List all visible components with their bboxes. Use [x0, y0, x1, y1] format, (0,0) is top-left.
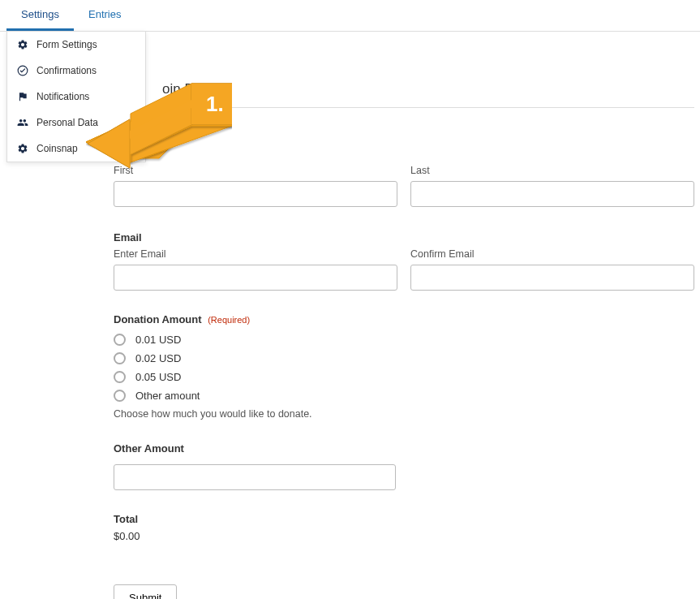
other-amount-heading: Other Amount	[114, 442, 694, 455]
radio-label: 0.05 USD	[135, 371, 181, 383]
radio-icon	[114, 352, 126, 364]
dropdown-item-label: Personal Data	[37, 117, 98, 128]
settings-dropdown: Form Settings Confirmations Notification…	[6, 31, 146, 162]
last-name-input[interactable]	[410, 181, 694, 207]
donation-heading: Donation Amount (Required)	[114, 313, 694, 325]
radio-label: 0.01 USD	[135, 334, 181, 346]
checkmark-circle-icon	[17, 65, 28, 76]
dropdown-item-label: Notifications	[37, 91, 89, 102]
form-container: oin Donat First Last Email Enter Email C…	[114, 81, 694, 599]
tabs: Settings Entries	[0, 0, 700, 32]
total-heading: Total	[114, 513, 694, 525]
total-value: $0.00	[114, 530, 694, 542]
dropdown-item-label: Confirmations	[37, 65, 97, 76]
tab-settings[interactable]: Settings	[6, 0, 74, 31]
first-name-label: First	[114, 165, 397, 176]
divider	[114, 107, 694, 108]
tab-entries[interactable]: Entries	[74, 0, 135, 31]
dropdown-item-label: Form Settings	[37, 39, 97, 50]
confirm-email-label: Confirm Email	[410, 248, 694, 260]
radio-icon	[114, 390, 126, 402]
donation-help-text: Choose how much you would like to donate…	[114, 408, 694, 420]
submit-button[interactable]: Submit	[114, 584, 177, 599]
dropdown-item-confirmations[interactable]: Confirmations	[7, 58, 145, 84]
flag-icon	[17, 91, 28, 102]
dropdown-item-form-settings[interactable]: Form Settings	[7, 32, 145, 58]
radio-label: Other amount	[135, 390, 200, 402]
donation-option-3[interactable]: 0.05 USD	[114, 371, 694, 383]
radio-icon	[114, 334, 126, 346]
donation-option-2[interactable]: 0.02 USD	[114, 352, 694, 364]
required-label: (Required)	[208, 315, 250, 325]
gear-icon	[17, 143, 28, 154]
enter-email-label: Enter Email	[114, 248, 397, 260]
other-amount-input[interactable]	[114, 464, 396, 490]
dropdown-item-label: Coinsnap	[37, 143, 78, 154]
first-name-input[interactable]	[114, 181, 397, 207]
enter-email-input[interactable]	[114, 265, 397, 291]
donation-option-4[interactable]: Other amount	[114, 390, 694, 402]
dropdown-item-notifications[interactable]: Notifications	[7, 84, 145, 110]
people-icon	[17, 117, 28, 128]
donation-option-1[interactable]: 0.01 USD	[114, 334, 694, 346]
dropdown-item-coinsnap[interactable]: Coinsnap	[7, 136, 145, 162]
radio-icon	[114, 371, 126, 383]
gear-icon	[17, 39, 28, 50]
last-name-label: Last	[410, 165, 694, 176]
confirm-email-input[interactable]	[410, 265, 694, 291]
radio-label: 0.02 USD	[135, 352, 181, 364]
email-heading: Email	[114, 231, 694, 243]
form-title: oin Donat	[114, 81, 694, 107]
name-row: First Last	[114, 165, 694, 207]
dropdown-item-personal-data[interactable]: Personal Data	[7, 110, 145, 136]
